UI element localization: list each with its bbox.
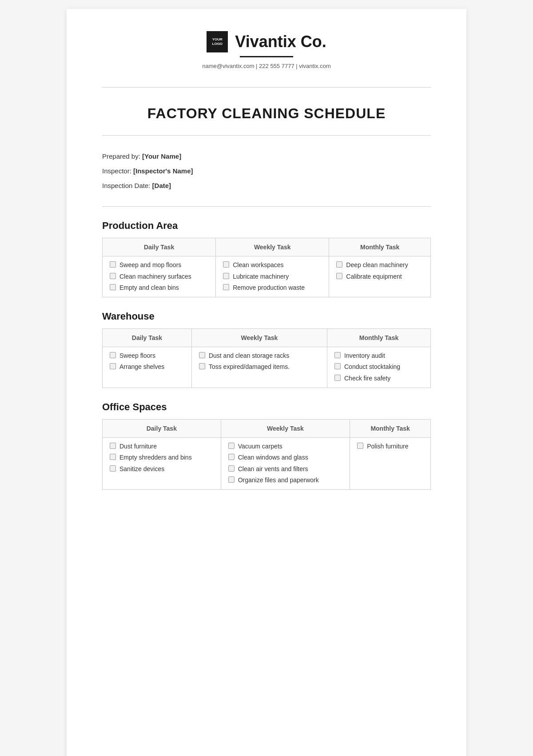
task-item: Remove production waste <box>223 284 322 292</box>
table-cell-warehouse-col0: Sweep floorsArrange shelves <box>103 347 192 388</box>
task-item: Dust and clean storage racks <box>199 352 320 360</box>
task-checkbox[interactable] <box>199 352 205 358</box>
table-header: Monthly Task <box>327 328 431 347</box>
task-checkbox[interactable] <box>334 352 341 358</box>
task-item: Clean windows and glass <box>228 453 343 462</box>
task-item: Arrange shelves <box>110 363 184 372</box>
section-title-office: Office Spaces <box>102 401 431 413</box>
date-value: [Date] <box>152 182 171 189</box>
inspector-value: [Inspector's Name] <box>133 167 193 175</box>
meta-section: Prepared by: [Your Name] Inspector: [Ins… <box>102 149 431 193</box>
company-name: Vivantix Co. <box>235 32 326 51</box>
task-label: Lubricate machinery <box>233 272 289 281</box>
task-checkbox[interactable] <box>110 363 116 369</box>
table-header: Daily Task <box>103 419 221 437</box>
task-item: Sanitize devices <box>110 465 214 474</box>
task-label: Polish furniture <box>367 442 408 451</box>
table-row: Dust furnitureEmpty shredders and binsSa… <box>103 437 431 489</box>
table-header: Monthly Task <box>329 238 431 256</box>
task-checkbox[interactable] <box>110 465 116 472</box>
sections-container: Production AreaDaily TaskWeekly TaskMont… <box>102 220 431 490</box>
header-top: YOUR LOGO Vivantix Co. <box>207 31 326 52</box>
table-cell-production-col0: Sweep and mop floorsClean machinery surf… <box>103 256 216 297</box>
task-checkbox[interactable] <box>110 261 116 268</box>
task-item: Dust furniture <box>110 442 214 451</box>
task-item: Toss expired/damaged items. <box>199 363 320 372</box>
prepared-by-label: Prepared by: <box>102 152 140 160</box>
task-item: Sweep and mop floors <box>110 261 208 270</box>
table-row: Sweep and mop floorsClean machinery surf… <box>103 256 431 297</box>
table-cell-production-col2: Deep clean machineryCalibrate equipment <box>329 256 431 297</box>
task-item: Polish furniture <box>357 442 423 451</box>
section-title-warehouse: Warehouse <box>102 311 431 322</box>
table-cell-warehouse-col2: Inventory auditConduct stocktakingCheck … <box>327 347 431 388</box>
title-divider <box>102 135 431 136</box>
table-row: Sweep floorsArrange shelvesDust and clea… <box>103 347 431 388</box>
page: YOUR LOGO Vivantix Co. name@vivantix.com… <box>67 9 466 756</box>
section-office: Office SpacesDaily TaskWeekly TaskMonthl… <box>102 401 431 490</box>
task-checkbox[interactable] <box>223 273 229 279</box>
header: YOUR LOGO Vivantix Co. name@vivantix.com… <box>102 31 431 78</box>
task-label: Conduct stocktaking <box>344 363 400 372</box>
table-header: Daily Task <box>103 238 216 256</box>
task-item: Clean workspaces <box>223 261 322 270</box>
contact-info: name@vivantix.com | 222 555 7777 | vivan… <box>202 63 330 69</box>
task-item: Organize files and paperwork <box>228 476 343 485</box>
task-label: Deep clean machinery <box>346 261 408 270</box>
task-checkbox[interactable] <box>334 363 341 369</box>
task-checkbox[interactable] <box>110 443 116 449</box>
task-checkbox[interactable] <box>199 363 205 369</box>
task-checkbox[interactable] <box>228 454 235 460</box>
inspector-label: Inspector: <box>102 167 131 175</box>
task-checkbox[interactable] <box>228 443 235 449</box>
task-item: Deep clean machinery <box>336 261 423 270</box>
task-checkbox[interactable] <box>336 261 342 268</box>
task-label: Sanitize devices <box>119 465 164 474</box>
task-checkbox[interactable] <box>223 284 229 290</box>
task-label: Remove production waste <box>233 284 305 292</box>
section-title-production: Production Area <box>102 220 431 232</box>
task-label: Toss expired/damaged items. <box>209 363 290 372</box>
table-header: Monthly Task <box>350 419 431 437</box>
task-label: Calibrate equipment <box>346 272 402 281</box>
table-office: Daily TaskWeekly TaskMonthly TaskDust fu… <box>102 419 431 490</box>
table-cell-office-col0: Dust furnitureEmpty shredders and binsSa… <box>103 437 221 489</box>
task-checkbox[interactable] <box>357 443 363 449</box>
task-checkbox[interactable] <box>336 273 342 279</box>
logo: YOUR LOGO <box>207 31 228 52</box>
header-divider <box>102 87 431 88</box>
task-checkbox[interactable] <box>334 375 341 381</box>
section-production: Production AreaDaily TaskWeekly TaskMont… <box>102 220 431 297</box>
document-title: FACTORY CLEANING SCHEDULE <box>102 105 431 122</box>
task-checkbox[interactable] <box>110 352 116 358</box>
task-item: Sweep floors <box>110 352 184 360</box>
task-label: Inventory audit <box>344 352 385 360</box>
table-cell-office-col1: Vacuum carpetsClean windows and glassCle… <box>221 437 350 489</box>
task-item: Empty and clean bins <box>110 284 208 292</box>
task-item: Check fire safety <box>334 374 423 383</box>
task-item: Clean machinery surfaces <box>110 272 208 281</box>
table-production: Daily TaskWeekly TaskMonthly TaskSweep a… <box>102 238 431 297</box>
table-header: Weekly Task <box>221 419 350 437</box>
prepared-by-value: [Your Name] <box>142 152 181 160</box>
inspector-row: Inspector: [Inspector's Name] <box>102 164 431 178</box>
task-checkbox[interactable] <box>110 454 116 460</box>
section-warehouse: WarehouseDaily TaskWeekly TaskMonthly Ta… <box>102 311 431 388</box>
task-label: Empty shredders and bins <box>119 453 192 462</box>
table-header: Weekly Task <box>216 238 329 256</box>
task-item: Empty shredders and bins <box>110 453 214 462</box>
task-checkbox[interactable] <box>228 476 235 483</box>
task-label: Organize files and paperwork <box>238 476 319 485</box>
meta-divider <box>102 206 431 207</box>
task-checkbox[interactable] <box>110 284 116 290</box>
prepared-by-row: Prepared by: [Your Name] <box>102 149 431 164</box>
task-checkbox[interactable] <box>223 261 229 268</box>
table-header: Daily Task <box>103 328 192 347</box>
table-cell-warehouse-col1: Dust and clean storage racksToss expired… <box>191 347 327 388</box>
task-checkbox[interactable] <box>110 273 116 279</box>
task-label: Clean machinery surfaces <box>119 272 191 281</box>
task-item: Calibrate equipment <box>336 272 423 281</box>
table-warehouse: Daily TaskWeekly TaskMonthly TaskSweep f… <box>102 328 431 388</box>
task-checkbox[interactable] <box>228 465 235 472</box>
date-label: Inspection Date: <box>102 182 150 189</box>
